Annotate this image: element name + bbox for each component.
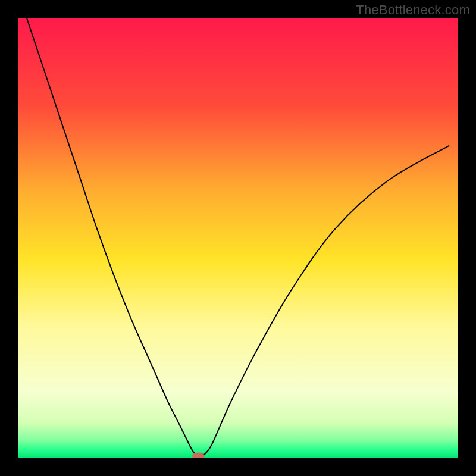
- chart-svg: [18, 18, 458, 458]
- plot-area: [18, 18, 458, 458]
- watermark-text: TheBottleneck.com: [356, 2, 470, 18]
- chart-container: TheBottleneck.com: [0, 0, 476, 476]
- chart-background: [18, 18, 458, 458]
